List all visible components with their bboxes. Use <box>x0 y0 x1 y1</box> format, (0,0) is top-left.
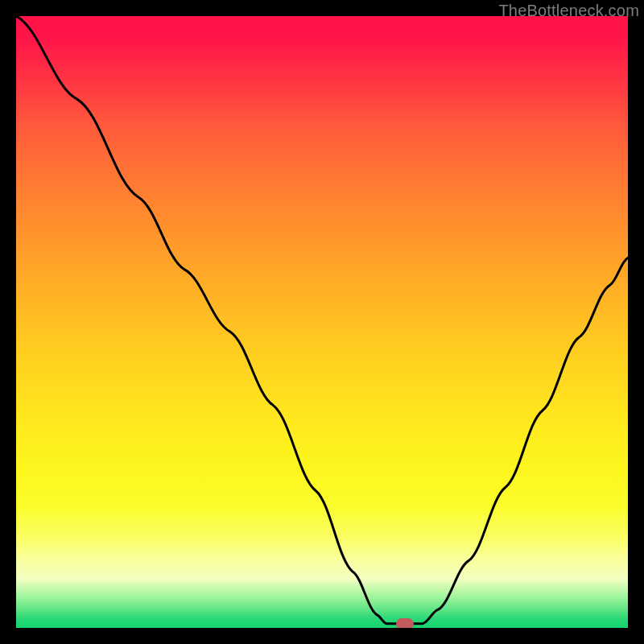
chart-stage: TheBottleneck.com <box>0 0 644 644</box>
watermark-text: TheBottleneck.com <box>498 2 639 20</box>
optimum-marker <box>396 618 414 628</box>
plot-area <box>16 16 628 628</box>
bottleneck-curve <box>16 16 628 628</box>
